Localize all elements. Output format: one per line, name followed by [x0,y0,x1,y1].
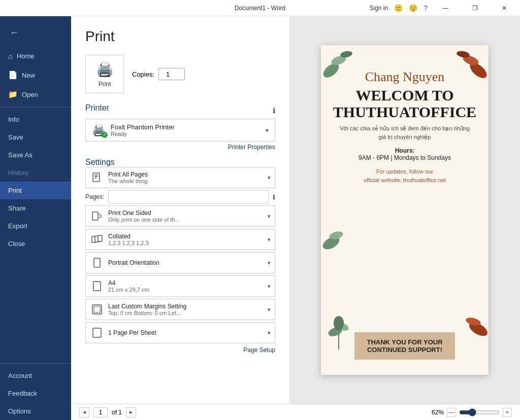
svg-line-6 [99,216,102,218]
preview-subtext: Với các chia sẻ hữu ích sẽ đem đến cho b… [331,124,478,141]
setting-paper-size-chevron: ▾ [268,283,271,290]
collated-icon [90,232,104,247]
emoji-sad-icon[interactable]: 😟 [409,4,417,12]
sidebar-item-label-options: Options [8,407,31,415]
setting-orientation-main: Portrait Orientation [108,259,264,266]
zoom-slider[interactable] [459,408,500,416]
home-icon: ⌂ [8,52,13,60]
printer-info-icon[interactable]: ℹ [273,107,275,115]
sidebar-bottom: Account Feedback Options [0,360,71,420]
setting-collated-sub: 1,2,3 1,2,3 1,2,3 [108,240,264,246]
printer-selector[interactable]: 🖨️ ✓ Foxit Phantom Printer Ready ▾ [85,119,275,142]
hours-value: 9AM - 6PM | Mondays to Sundays [359,154,451,161]
sidebar-item-label-saveas: Save As [8,151,32,159]
setting-orientation[interactable]: Portrait Orientation ▾ [85,252,275,273]
svg-rect-4 [92,212,98,220]
setting-pages-main: Print All Pages [108,171,264,178]
copies-input[interactable] [158,68,185,80]
setting-pages-per-sheet-chevron: ▾ [268,330,271,336]
preview-script-name: Chang Nguyen [365,69,445,85]
sidebar-item-info[interactable]: Info [0,111,71,128]
preview-document: Chang Nguyen WELCOM TO THUTHUATOFFICE Vớ… [321,45,489,375]
setting-pages-per-sheet-text: 1 Page Per Sheet [108,329,264,336]
sidebar-item-label-feedback: Feedback [8,390,37,397]
help-icon[interactable]: ? [424,4,428,12]
sidebar-item-export[interactable]: Export [0,217,71,235]
sidebar-item-options[interactable]: Options [0,402,71,420]
setting-paper-size-sub: 21 cm x 29,7 cm [108,287,264,293]
setting-paper-size[interactable]: A4 21 cm x 29,7 cm ▾ [85,275,275,297]
setting-orientation-text: Portrait Orientation [108,259,264,266]
svg-rect-10 [94,258,100,267]
sidebar-item-close[interactable]: Close [0,235,71,253]
preview-hours: Hours: 9AM - 6PM | Mondays to Sundays [359,147,451,161]
sidebar-item-open[interactable]: 📁 Open [0,85,71,104]
print-area: Print 🖨️ Print Copies: Printer ℹ [71,16,520,404]
print-btn-row: 🖨️ Print Copies: [85,55,275,93]
page-number-input[interactable] [93,407,108,417]
new-doc-icon: 📄 [8,71,18,80]
setting-print-all-pages[interactable]: Print All Pages The whole thing ▾ [85,167,275,188]
top-right-leaf [443,45,489,91]
print-settings-panel: Print 🖨️ Print Copies: Printer ℹ [71,16,289,404]
setting-pages-per-sheet[interactable]: 1 Page Per Sheet ▾ [85,322,275,343]
signin-link[interactable]: Sign in [370,5,388,12]
pages-input[interactable] [108,190,269,203]
emoji-happy-icon[interactable]: 🙂 [394,4,403,12]
printer-check-icon: ✓ [102,132,108,138]
setting-pages-per-sheet-main: 1 Page Per Sheet [108,329,264,336]
sidebar: ← ⌂ Home 📄 New 📁 Open Info Save Save As … [0,16,71,420]
close-button[interactable]: ✕ [493,0,516,16]
next-page-button[interactable]: ► [126,407,136,417]
setting-one-sided-main: Print One Sided [108,209,264,217]
zoom-bar: 62% — + [432,408,512,417]
zoom-in-button[interactable]: + [503,408,512,417]
setting-collated[interactable]: Collated 1,2,3 1,2,3 1,2,3 ▾ [85,229,275,250]
hours-label: Hours: [395,147,415,154]
setting-one-sided[interactable]: Print One Sided Only print on one side o… [85,205,275,227]
svg-line-5 [99,214,102,216]
sidebar-item-history[interactable]: History [0,164,71,182]
back-button[interactable]: ← [4,22,24,43]
setting-orientation-chevron: ▾ [268,260,271,266]
sidebar-item-feedback[interactable]: Feedback [0,384,71,402]
titlebar: Document1 - Word Sign in 🙂 😟 ? — ❐ ✕ [0,0,520,16]
setting-margins[interactable]: Last Custom Margins Setting Top: 0 cm Bo… [85,299,275,320]
sidebar-item-save[interactable]: Save [0,128,71,146]
maximize-button[interactable]: ❐ [463,0,486,16]
pages-label: Pages: [85,193,104,200]
sidebar-item-new[interactable]: 📄 New [0,65,71,85]
sidebar-item-share[interactable]: Share [0,199,71,217]
sidebar-item-label-open: Open [22,91,38,98]
setting-collated-chevron: ▾ [268,236,271,243]
printer-icon-wrap: 🖨️ ✓ [92,124,106,137]
sidebar-item-home[interactable]: ⌂ Home [0,47,71,65]
printer-name: Foxit Phantom Printer [111,123,175,131]
minimize-button[interactable]: — [434,0,457,16]
pages-icon [90,170,104,185]
preview-thanks: THANK YOU FOR YOURCONTINUED SUPPORT! [354,332,454,360]
printer-icon: 🖨️ [96,61,114,78]
printer-chevron-icon: ▾ [266,127,269,134]
bottom-right-leaf [453,304,489,344]
setting-pages-text: Print All Pages The whole thing [108,171,264,184]
setting-margins-sub: Top: 0 cm Bottom: 0 cm Lef... [108,310,264,316]
app-body: ← ⌂ Home 📄 New 📁 Open Info Save Save As … [0,16,520,420]
pages-info-icon[interactable]: ℹ [273,193,275,201]
prev-page-button[interactable]: ◄ [79,407,89,417]
zoom-out-button[interactable]: — [447,408,456,417]
setting-one-sided-text: Print One Sided Only print on one side o… [108,209,264,223]
sidebar-item-saveas[interactable]: Save As [0,146,71,164]
print-title: Print [85,28,275,45]
sidebar-item-label-close: Close [8,240,25,248]
setting-margins-text: Last Custom Margins Setting Top: 0 cm Bo… [108,303,264,316]
sidebar-item-label-account: Account [8,372,32,379]
sidebar-item-print[interactable]: Print [0,182,71,199]
sidebar-item-label-print: Print [8,187,22,194]
svg-rect-13 [94,306,100,312]
print-button[interactable]: 🖨️ Print [85,55,124,93]
page-setup-link[interactable]: Page Setup [85,346,275,354]
printer-properties-link[interactable]: Printer Properties [228,144,275,151]
settings-section-title: Settings [85,158,115,166]
sidebar-item-account[interactable]: Account [0,367,71,384]
